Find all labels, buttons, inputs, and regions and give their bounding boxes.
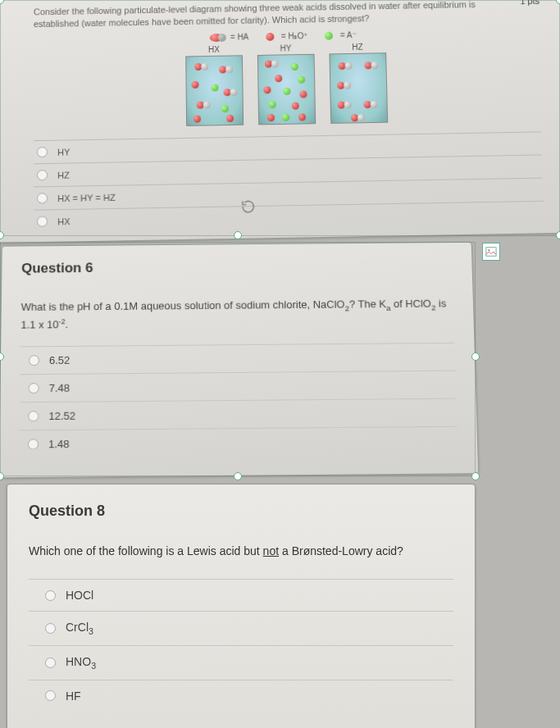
radio-icon [45,623,56,634]
q8-option-hno3[interactable]: HNO3 [29,645,453,680]
prompt-part: Which one of the following is a Lewis ac… [29,544,263,557]
q5-prompt: Consider the following particulate-level… [34,0,537,31]
option-label: 1.48 [48,438,70,450]
option-label: HNO3 [66,655,96,671]
diagram-row: HX HY [34,39,540,129]
q8-title: Question 8 [29,503,453,520]
svg-point-1 [488,249,489,251]
radio-icon [45,590,56,601]
q8-option-hf[interactable]: HF [29,680,453,712]
radio-icon [37,147,48,157]
q8-prompt: Which one of the following is a Lewis ac… [29,544,453,557]
radio-icon [29,355,39,366]
box-label-hx: HX [185,45,243,55]
reload-icon[interactable] [239,198,256,216]
radio-icon [45,690,56,701]
option-label: HF [66,689,81,703]
resize-handle[interactable] [234,231,242,239]
radio-icon [37,193,48,203]
radio-icon [28,411,39,421]
q6-option-1[interactable]: 6.52 [20,343,456,374]
option-label: 6.52 [49,354,70,366]
option-label: 12.52 [48,410,75,422]
radio-icon [29,383,39,394]
option-label: HOCl [66,589,93,602]
question-8-card: Question 8 Which one of the following is… [7,484,476,728]
q6-option-2[interactable]: 7.48 [20,371,456,403]
question-5-card: 1 pts Consider the following particulate… [0,0,560,243]
q8-option-crcl3[interactable]: CrCl3 [29,611,453,645]
resize-handle[interactable] [234,472,242,480]
q5-options: HY HZ HX = HY = HZ HX [34,132,544,234]
svg-rect-0 [486,248,496,257]
q6-prompt: What is the pH of a 0.1M aqueous solutio… [20,296,454,334]
diagram-hx [185,55,244,126]
question-6-card: Question 6 What is the pH of a 0.1M aque… [0,242,479,478]
prompt-part: of HClO [390,298,431,310]
prompt-underline: not [263,544,279,557]
radio-icon [37,170,48,180]
legend-a: = A⁻ [340,30,357,39]
option-label: HY [57,147,70,157]
q6-option-4[interactable]: 1.48 [20,426,458,458]
q8-option-hocl[interactable]: HOCl [29,579,453,611]
picture-icon [485,246,497,257]
legend-ha: = HA [230,32,249,41]
points-label: 1 pts [520,0,540,6]
radio-icon [37,216,48,227]
box-label-hy: HY [257,43,315,53]
option-label: 7.48 [49,382,70,394]
box-label-hz: HZ [329,43,386,52]
resize-handle[interactable] [556,231,560,239]
prompt-part: What is the pH of a 0.1M aqueous solutio… [21,298,345,313]
resize-handle[interactable] [471,472,480,480]
diagram-hy [257,54,316,125]
option-label: CrCl3 [66,621,93,636]
legend-h3o: = H₃O⁺ [281,31,308,40]
q6-option-3[interactable]: 12.52 [20,398,457,430]
image-tool-button[interactable] [482,243,500,261]
diagram-hz [329,52,388,124]
option-label: HZ [57,170,70,180]
radio-icon [45,657,56,668]
option-label: HX = HY = HZ [57,192,116,202]
prompt-part: a Brønsted-Lowry acid? [279,544,403,557]
resize-handle[interactable] [471,353,480,361]
q6-title: Question 6 [21,257,453,277]
resize-handle[interactable] [0,472,4,480]
radio-icon [28,439,39,449]
option-label: HX [57,216,70,226]
prompt-part: ? The K [349,298,386,310]
